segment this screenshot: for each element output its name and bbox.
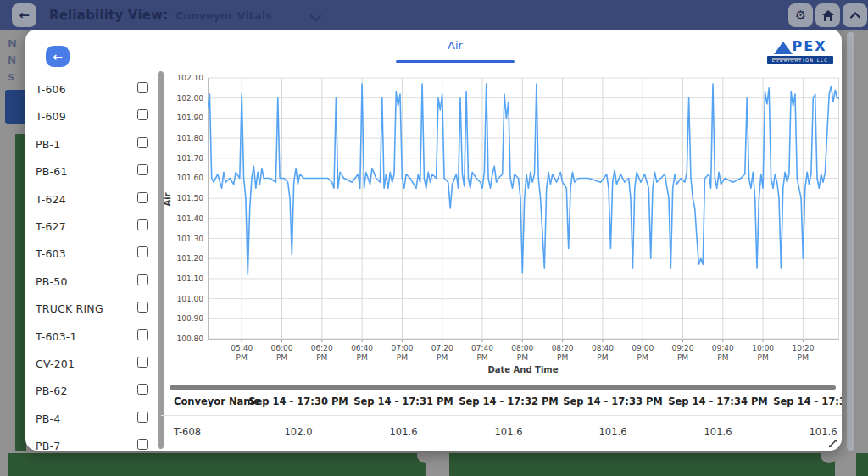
x-tick-label: 06:00PM: [264, 344, 301, 362]
conveyor-list-item[interactable]: PB-1: [36, 136, 151, 152]
y-tick-label: 101.00: [159, 295, 203, 303]
conveyor-checkbox[interactable]: [137, 246, 148, 257]
background-green-tile: [8, 453, 426, 476]
table-conveyor-name-cell: T-608: [174, 426, 201, 438]
conveyor-name-label: CV-201: [36, 357, 75, 370]
table-header-cell: Sep 14 - 17:35 PM: [764, 396, 842, 407]
conveyor-checkbox[interactable]: [137, 329, 148, 340]
back-button[interactable]: ←: [12, 3, 36, 27]
conveyor-list-item[interactable]: PB-4: [36, 410, 151, 427]
x-tick-label: 05:40PM: [223, 344, 260, 362]
x-tick-label: 08:40PM: [584, 344, 621, 362]
conveyor-name-label: PB-7: [36, 440, 60, 451]
conveyor-checkbox[interactable]: [137, 164, 148, 175]
table-horizontal-scrollbar[interactable]: [170, 385, 836, 390]
tab-air[interactable]: Air: [396, 39, 515, 52]
conveyor-checkbox[interactable]: [137, 137, 148, 148]
background-text-fragment: N: [8, 54, 16, 66]
chevron-down-icon[interactable]: [310, 9, 321, 25]
x-tick-label: 07:00PM: [383, 344, 420, 362]
x-tick-label: 10:00PM: [744, 344, 782, 362]
background-button: [5, 90, 27, 124]
conveyor-checkbox[interactable]: [137, 109, 148, 120]
y-tick-label: 101.90: [159, 113, 203, 122]
collapse-up-button[interactable]: [843, 3, 867, 27]
conveyor-list-item[interactable]: T-627: [36, 218, 151, 235]
background-text-fragment: N: [8, 37, 17, 50]
conveyor-name-label: T-603-1: [36, 330, 77, 343]
conveyor-checkbox[interactable]: [137, 274, 148, 285]
conveyor-name-label: PB-61: [36, 165, 68, 178]
x-tick-label: 08:00PM: [504, 344, 541, 362]
modal-back-button[interactable]: ←: [46, 46, 70, 67]
conveyor-checkbox[interactable]: [137, 384, 148, 395]
y-tick-label: 101.20: [159, 254, 203, 263]
view-selector-value: Conveyor Vitals: [175, 9, 271, 22]
x-tick-label: 09:40PM: [704, 344, 742, 362]
conveyor-name-label: PB-50: [36, 275, 68, 288]
home-icon: [822, 10, 834, 21]
conveyor-list-item[interactable]: CV-201: [36, 355, 151, 372]
y-tick-label: 101.10: [159, 274, 203, 283]
conveyor-checkbox[interactable]: [137, 302, 148, 313]
table-header-cell: Sep 14 - 17:30 PM: [239, 396, 358, 407]
y-tick-label: 101.40: [159, 214, 203, 223]
resize-handle-icon[interactable]: [827, 438, 838, 449]
table-header-cell: Sep 14 - 17:32 PM: [449, 396, 568, 407]
y-tick-label: 100.80: [159, 335, 203, 343]
x-tick-label: 10:20PM: [784, 344, 821, 362]
conveyor-name-label: T-606: [36, 83, 66, 96]
conveyor-checkbox[interactable]: [137, 412, 148, 423]
conveyor-name-label: PB-62: [36, 385, 68, 397]
air-line-chart: [208, 76, 839, 344]
settings-button[interactable]: ⚙: [788, 3, 813, 27]
x-tick-label: 07:20PM: [424, 344, 461, 362]
conveyor-checkbox[interactable]: [137, 219, 148, 230]
conveyor-list-item[interactable]: T-603-1: [36, 328, 151, 345]
conveyor-vitals-modal: ← Air PEX LUBRICATION LLC T-606T-609PB-1…: [25, 29, 842, 451]
conveyor-list-item[interactable]: T-624: [36, 191, 151, 208]
tab-air-underline: [396, 60, 515, 63]
apex-logo-text: PEX: [793, 39, 827, 54]
conveyor-name-label: PB-1: [36, 138, 60, 151]
x-tick-label: 06:40PM: [343, 344, 381, 362]
x-tick-label: 07:40PM: [464, 344, 501, 362]
apex-logo-base: [772, 58, 801, 60]
page-title: Reliability View:: [49, 8, 168, 23]
table-value-cell: 101.6: [449, 426, 568, 438]
x-axis-label: Date And Time: [464, 365, 582, 374]
apex-triangle-icon: [774, 42, 793, 54]
conveyor-list-item[interactable]: T-609: [36, 108, 151, 125]
conveyor-name-label: TRUCK RING: [36, 302, 103, 315]
home-button[interactable]: [815, 3, 840, 27]
background-green-tile: [856, 453, 868, 476]
apex-logo: PEX LUBRICATION LLC: [767, 37, 833, 64]
conveyor-list-item[interactable]: T-606: [36, 80, 151, 97]
y-tick-label: 101.60: [159, 174, 203, 182]
table-header-divider: [161, 415, 842, 416]
background-text-fragment: S: [8, 72, 14, 83]
y-tick-label: 100.90: [159, 314, 203, 323]
conveyor-list-item[interactable]: PB-7: [36, 437, 151, 451]
conveyor-list-item[interactable]: PB-61: [36, 163, 151, 180]
conveyor-name-label: T-627: [36, 220, 66, 233]
conveyor-list-item[interactable]: T-603: [36, 245, 151, 262]
top-navigation-bar: ← Reliability View: Conveyor Vitals ⚙: [0, 0, 868, 30]
y-tick-label: 101.30: [159, 235, 203, 243]
y-tick-label: 101.50: [159, 194, 203, 202]
conveyor-list-item[interactable]: PB-50: [36, 273, 151, 290]
conveyor-name-label: PB-4: [36, 412, 60, 425]
left-arrow-icon: ←: [53, 50, 63, 64]
gear-icon: ⚙: [795, 8, 806, 23]
conveyor-checkbox[interactable]: [137, 439, 148, 450]
conveyor-checkbox[interactable]: [137, 82, 148, 93]
y-tick-label: 101.80: [159, 134, 203, 142]
conveyor-checkbox[interactable]: [137, 357, 148, 368]
page-vertical-scrollbar[interactable]: [847, 32, 854, 451]
table-value-cell: 101.6: [554, 426, 672, 438]
conveyor-list-item[interactable]: PB-62: [36, 382, 151, 399]
table-value-cell: 101.6: [344, 426, 463, 438]
conveyor-checkbox[interactable]: [137, 192, 148, 203]
conveyor-list-item[interactable]: TRUCK RING: [36, 300, 151, 317]
y-tick-label: 102.00: [159, 94, 203, 102]
